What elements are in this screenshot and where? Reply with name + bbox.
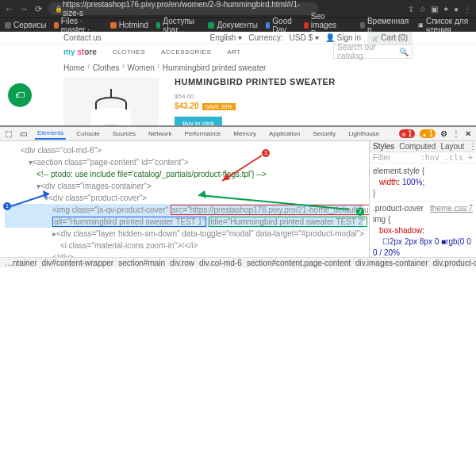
close-icon[interactable]: ✕ — [465, 129, 471, 138]
signin-link[interactable]: 👤 Sign in — [325, 33, 361, 42]
dom-tree[interactable]: <div class="col-md-6"> ▾<section class="… — [0, 141, 369, 257]
layout-tab[interactable]: Layout — [440, 142, 464, 151]
more-icon[interactable]: ⋮ — [469, 142, 476, 151]
currency-selector[interactable]: USD $ ▾ — [290, 33, 319, 42]
price-new: $43.20 — [175, 102, 199, 110]
breadcrumb-item[interactable]: Clothes — [93, 63, 120, 72]
hov-toggle[interactable]: :hov .cls + — [420, 153, 473, 162]
tab-performance[interactable]: Performance — [182, 129, 223, 139]
product-title: HUMMINGBIRD PRINTED SWEATER — [175, 77, 413, 86]
contact-link[interactable]: Contact us — [63, 33, 102, 42]
breadcrumb: Home / Clothes / Women / Hummingbird pri… — [63, 59, 413, 77]
top-strip: Contact us English ▾ Currency: USD $ ▾ 👤… — [0, 32, 476, 44]
tab-security[interactable]: Security — [310, 129, 338, 139]
tab-memory[interactable]: Memory — [231, 129, 259, 139]
save-badge: SAVE 20% — [202, 103, 236, 110]
src-highlight: src="https://prestashop176.pixy.pro/21-h… — [171, 205, 369, 215]
more-icon[interactable]: ⋮ — [452, 129, 460, 138]
annotation-1: 1 — [3, 202, 11, 210]
search-icon[interactable]: 🔍 — [399, 48, 409, 56]
filter-input[interactable]: Filter — [373, 153, 390, 162]
star-icon[interactable]: ☆ — [419, 5, 426, 13]
nav-accessories[interactable]: ACCESSORIES — [161, 48, 211, 56]
profile-icon[interactable]: ● — [454, 5, 459, 13]
header: my store CLOTHES ACCESSORIES ART Search … — [0, 44, 476, 59]
device-icon[interactable]: ▭ — [20, 129, 27, 138]
reload-button[interactable]: ⟳ — [35, 4, 42, 14]
dom-breadcrumb[interactable]: …ntainer div#content-wrapper section#mai… — [0, 257, 476, 268]
styles-tab[interactable]: Styles — [373, 142, 394, 151]
lang-selector[interactable]: English ▾ — [210, 33, 243, 42]
price-old: $54.00 — [175, 93, 413, 100]
nav-clothes[interactable]: CLOTHES — [113, 48, 145, 56]
buy-button[interactable]: Buy in click — [175, 117, 222, 125]
nav-art[interactable]: ART — [227, 48, 240, 56]
tab-console[interactable]: Console — [74, 129, 102, 139]
title-highlight: title="Hummingbird printed sweater TEST … — [209, 217, 367, 227]
extension-icon[interactable]: ▣ — [431, 5, 438, 13]
error-count[interactable]: ⊘ 1 — [399, 129, 415, 138]
menu-icon[interactable]: ⋮ — [463, 5, 471, 13]
bookmarks-bar: Сервисы Files · master · ... Hotmind Дос… — [0, 17, 476, 32]
tab-sources[interactable]: Sources — [110, 129, 138, 139]
currency-label: Currency: — [248, 33, 282, 42]
bookmark-item[interactable]: Документы — [208, 21, 258, 29]
inspect-icon[interactable]: ⬚ — [5, 129, 12, 138]
puzzle-icon[interactable]: ✦ — [443, 5, 449, 13]
cart-button[interactable]: 🛒 Cart (0) — [367, 32, 413, 44]
tab-network[interactable]: Network — [146, 129, 174, 139]
floating-tag-icon[interactable]: 🏷 — [8, 83, 32, 107]
forward-button[interactable]: → — [20, 4, 29, 13]
browser-toolbar: ← → ⟳ 🔒 https://prestashop176.pixy.pro/e… — [0, 0, 476, 17]
devtools-tabs: ⬚ ▭ Elements Console Sources Network Per… — [0, 127, 476, 141]
tab-application[interactable]: Application — [267, 129, 302, 139]
devtools: ⬚ ▭ Elements Console Sources Network Per… — [0, 125, 476, 268]
breadcrumb-item[interactable]: Women — [128, 63, 155, 72]
tab-lighthouse[interactable]: Lighthouse — [346, 129, 382, 139]
breadcrumb-item[interactable]: Home — [63, 63, 85, 72]
bookmark-item[interactable]: Hotmind — [110, 21, 148, 29]
settings-icon[interactable]: ⚙ — [440, 129, 447, 138]
bookmark-item[interactable]: Сервисы — [5, 21, 46, 29]
back-button[interactable]: ← — [5, 4, 13, 13]
search-input[interactable]: Search our catalog🔍 — [333, 44, 413, 59]
annotation-3: 3 — [262, 149, 270, 157]
url-bar[interactable]: 🔒 https://prestashop176.pixy.pro/en/wome… — [48, 2, 318, 15]
logo[interactable]: my store — [63, 46, 97, 57]
tab-elements[interactable]: Elements — [35, 128, 66, 140]
warning-count[interactable]: ▲ 1 — [420, 129, 436, 138]
css-rules[interactable]: element.style { width: 100%; } theme.css… — [370, 163, 476, 257]
selected-element[interactable]: <img class="js-qv-product-cover" src="ht… — [5, 204, 364, 216]
computed-tab[interactable]: Computed — [399, 142, 436, 151]
styles-panel: Styles Computed Layout ⋮ Filter :hov .cl… — [369, 141, 476, 257]
product-image[interactable]: 〰〰 — [63, 77, 159, 125]
share-icon[interactable]: ⇪ — [408, 5, 414, 13]
breadcrumb-item: Hummingbird printed sweater — [163, 63, 267, 72]
alt-highlight: alt="Hummingbird printed sweater TEST 1" — [52, 217, 206, 227]
annotation-2: 2 — [356, 208, 364, 216]
